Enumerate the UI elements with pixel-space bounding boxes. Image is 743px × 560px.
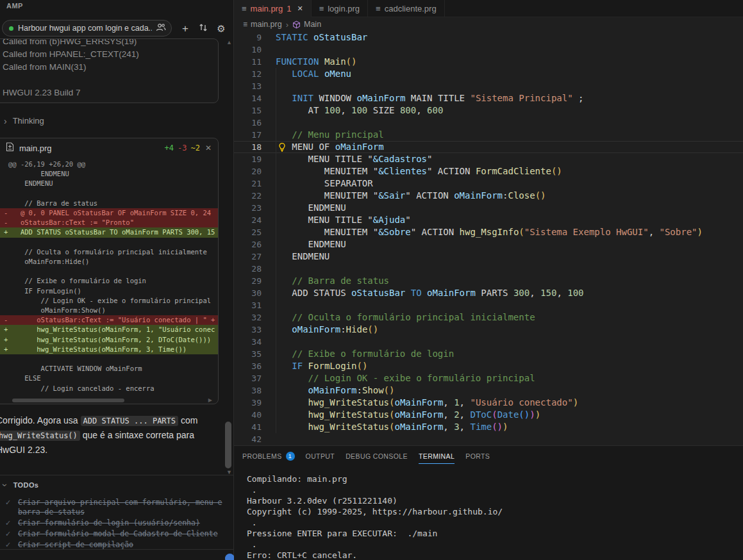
code-line: IF FormLogin() bbox=[276, 360, 703, 372]
code-token: oMainForm bbox=[454, 190, 503, 201]
panel-tab-problems[interactable]: PROBLEMS1 bbox=[242, 452, 295, 463]
todos-header[interactable]: › TODOs bbox=[4, 481, 38, 489]
diff-line: ELSE bbox=[0, 374, 218, 383]
code-token: , bbox=[443, 409, 454, 420]
diff-line: + ADD STATUS oStatusBar TO oMainForm PAR… bbox=[0, 227, 218, 237]
code-token: Time bbox=[470, 422, 492, 432]
editor-area: ≡main.prg1✕≡login.prg≡cadcliente.prg ≡ m… bbox=[234, 0, 743, 560]
sidebar-scroll-up-icon[interactable]: ▲ bbox=[226, 40, 232, 45]
line-number: 25 bbox=[234, 226, 262, 238]
code-token: ) bbox=[535, 409, 540, 420]
code-editor[interactable]: 9101112131415161718192021222324252627282… bbox=[234, 31, 743, 445]
code-token: () bbox=[535, 190, 546, 201]
diff-scroll-right-icon[interactable]: ▶ bbox=[208, 397, 212, 403]
diff-card-main-prg: main.prg +4 -3 ~2 ✕ @@ -26,19 +26,20 @@ … bbox=[0, 138, 219, 404]
chat-send-button[interactable] bbox=[225, 554, 235, 560]
fork-thread-button[interactable] bbox=[197, 23, 209, 35]
code-token: : bbox=[356, 385, 362, 395]
todo-list: ✓Criar arquivo principal com formulário,… bbox=[5, 498, 231, 551]
file-icon: ≡ bbox=[376, 4, 381, 13]
settings-button[interactable]: ⚙ bbox=[215, 23, 227, 35]
code-token: hwg_WriteStatus bbox=[308, 422, 389, 432]
new-thread-button[interactable]: + bbox=[179, 23, 191, 35]
editor-tab-bar: ≡main.prg1✕≡login.prg≡cadcliente.prg bbox=[234, 0, 743, 17]
code-line bbox=[276, 263, 703, 275]
diff-close-button[interactable]: ✕ bbox=[205, 144, 212, 152]
todo-item-label: Criar formulário modal de Cadastro de Cl… bbox=[18, 529, 224, 539]
panel-tab-debug-console[interactable]: DEBUG CONSOLE bbox=[346, 452, 408, 463]
thread-selector[interactable]: Harbour hwgui app com login e cada... bbox=[2, 20, 172, 37]
todo-item[interactable]: ✓Criar formulário de login (usuário/senh… bbox=[5, 518, 231, 528]
todo-item[interactable]: ✓Criar script de compilação bbox=[5, 540, 231, 550]
diff-line: + hwg_WriteStatus(oMainForm, 2, DToC(Dat… bbox=[0, 335, 218, 345]
code-token: 300 bbox=[513, 288, 530, 298]
tab-login.prg[interactable]: ≡login.prg bbox=[312, 0, 368, 17]
code-token: &Sair bbox=[378, 190, 405, 201]
diff-card-header[interactable]: main.prg +4 -3 ~2 ✕ bbox=[0, 138, 218, 158]
line-number: 36 bbox=[234, 360, 262, 372]
code-token: &Sobre bbox=[378, 227, 411, 237]
tool-output-block[interactable]: Called from (b)HWG_ERRSYS(19) Called fro… bbox=[0, 38, 219, 103]
file-icon: ≡ bbox=[243, 20, 247, 29]
code-token: , bbox=[443, 422, 454, 432]
code-token: oMainForm bbox=[356, 93, 405, 103]
code-token: MENUITEM " bbox=[276, 166, 378, 176]
breadcrumb-symbol[interactable]: Main bbox=[304, 20, 321, 29]
problems-badge: 1 bbox=[286, 452, 295, 461]
todo-item-label: Criar script de compilação bbox=[18, 540, 224, 550]
todo-item-label: Criar formulário de login (usuário/senha… bbox=[18, 518, 224, 528]
diff-line-text bbox=[8, 238, 12, 246]
code-line: MENUITEM "&Clientes" ACTION FormCadClien… bbox=[276, 165, 703, 177]
message-text: Corrigido. Agora usa bbox=[0, 415, 81, 425]
code-comment: // Login OK - exibe o formulário princip… bbox=[276, 373, 535, 383]
terminal-output[interactable]: Compilando: main.prg . Harbour 3.2.0dev … bbox=[247, 474, 503, 560]
diff-line: ENDMENU bbox=[0, 179, 218, 188]
diff-line: - @ 0, 0 PANEL oStatusBar OF oMainForm S… bbox=[0, 208, 218, 218]
code-line: // Barra de status bbox=[276, 275, 703, 287]
code-token: ) bbox=[503, 422, 508, 432]
code-token bbox=[422, 288, 427, 298]
thinking-toggle[interactable]: › Thinking bbox=[4, 116, 44, 126]
diff-line-text: ACTIVATE WINDOW oMainForm bbox=[8, 365, 142, 372]
diff-line-text bbox=[8, 190, 12, 197]
line-number: 32 bbox=[234, 311, 262, 324]
diff-line-text: ELSE bbox=[8, 374, 41, 382]
code-token: 100 bbox=[351, 105, 367, 115]
todo-item[interactable]: ✓Criar arquivo principal com formulário,… bbox=[5, 498, 231, 517]
panel-tab-ports[interactable]: PORTS bbox=[465, 452, 490, 463]
panel-tab-output[interactable]: OUTPUT bbox=[306, 452, 335, 463]
sidebar-scrollbar-thumb[interactable] bbox=[225, 422, 231, 468]
code-token: MENUITEM " bbox=[276, 227, 378, 237]
code-token: () bbox=[519, 409, 530, 420]
code-token: SIZE bbox=[367, 105, 400, 115]
code-token: MENU OF bbox=[276, 142, 335, 152]
code-token bbox=[303, 361, 308, 371]
code-token: &Ajuda bbox=[373, 215, 406, 225]
diff-line bbox=[0, 354, 218, 364]
message-inline-code: hwg_WriteStatus() bbox=[0, 431, 80, 441]
code-line: ENDMENU bbox=[276, 251, 703, 263]
tab-cadcliente.prg[interactable]: ≡cadcliente.prg bbox=[368, 0, 445, 17]
breadcrumb-file[interactable]: main.prg bbox=[251, 20, 282, 29]
bottom-panel: PROBLEMS1OUTPUTDEBUG CONSOLETERMINALPORT… bbox=[234, 445, 743, 560]
diff-line-sign: + bbox=[4, 325, 8, 334]
code-token: Date bbox=[497, 409, 519, 420]
close-icon[interactable]: ✕ bbox=[297, 4, 303, 13]
todo-item[interactable]: ✓Criar formulário modal de Cadastro de C… bbox=[5, 529, 231, 539]
tab-main.prg[interactable]: ≡main.prg1✕ bbox=[234, 0, 312, 17]
chevron-down-icon: › bbox=[1, 484, 9, 487]
code-token bbox=[319, 56, 324, 67]
amp-sidebar: AMP Harbour hwgui app com login e cada..… bbox=[0, 0, 234, 560]
gear-icon: ⚙ bbox=[217, 23, 225, 35]
code-token: () bbox=[356, 361, 367, 371]
code-line bbox=[276, 299, 703, 311]
check-icon: ✓ bbox=[5, 540, 18, 550]
tab-label: main.prg bbox=[251, 4, 283, 13]
code-token: hwg_WriteStatus bbox=[308, 409, 389, 420]
line-number: 33 bbox=[234, 324, 262, 336]
code-line: ENDMENU bbox=[276, 202, 703, 214]
panel-tab-terminal[interactable]: TERMINAL bbox=[419, 452, 455, 463]
code-line: MENUITEM "&Sair" ACTION oMainForm:Close(… bbox=[276, 190, 703, 202]
diff-horizontal-scrollbar[interactable] bbox=[12, 399, 124, 402]
diff-line-sign: + bbox=[4, 345, 8, 354]
